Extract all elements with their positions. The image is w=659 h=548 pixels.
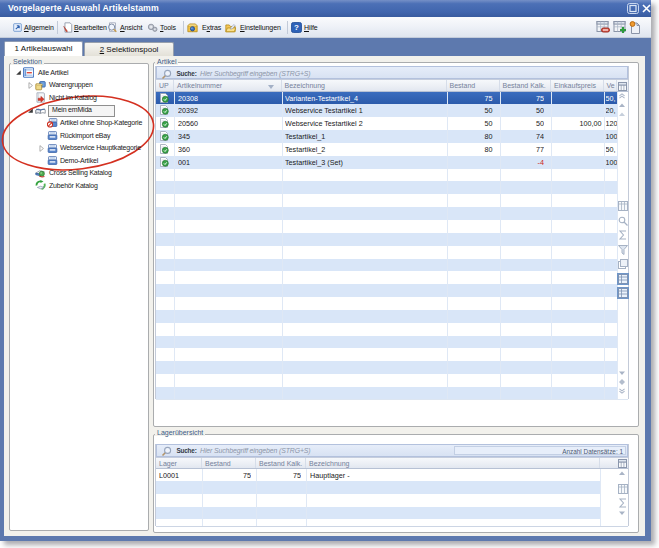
svg-text:?: ? <box>294 23 299 32</box>
